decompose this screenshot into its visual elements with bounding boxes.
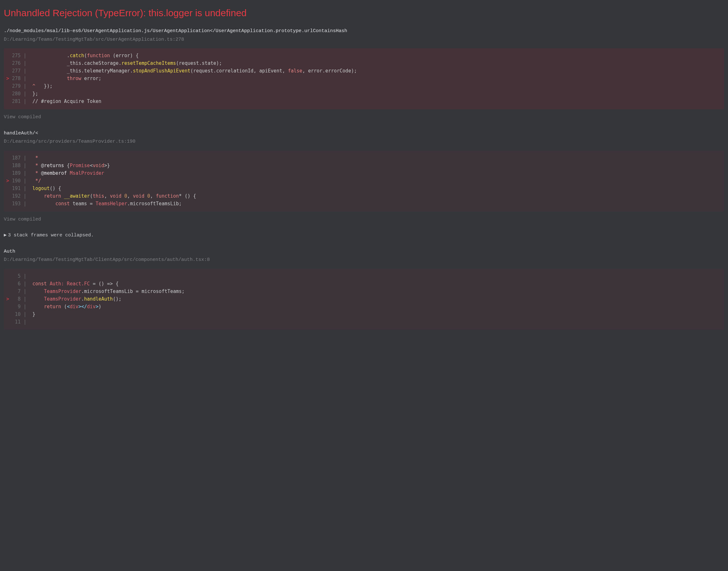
code-line: 275 | .catch(function (error) { [4,52,724,60]
code-token [47,281,49,287]
code-token [32,193,44,199]
code-token: throw [67,76,81,81]
code-token: 0 [124,193,127,199]
line-gutter: 192 | [4,193,32,200]
code-token: } [107,163,110,168]
code-token: void [110,193,121,199]
code-token: ( [84,53,87,59]
code-token: (error) { [110,53,138,59]
line-gutter: 188 | [4,162,32,169]
line-gutter: > 190 | [4,177,32,185]
code-token: __awaiter [64,193,90,199]
code-token: () { [49,186,61,191]
code-token: handleAuth [84,296,113,302]
line-gutter: > 8 | [4,296,32,303]
code-token: ( [90,193,93,199]
code-token: , error.errorCode); [302,68,357,74]
code-line: 188 | * @returns {Promise<void>} [4,162,724,170]
frame-title: Auth [4,248,724,255]
code-token: TeamsProvider [44,289,81,294]
code-block: 5 | 6 | const Auth: React.FC = () => { 7… [4,269,724,330]
frame-file-path: D:/Learning/Teams/TestingMgtTab/ClientAp… [4,256,724,264]
line-gutter: 6 | [4,280,32,288]
line-gutter: 5 | [4,273,32,280]
code-token: (); [113,296,121,302]
code-line: 281 | // #region Acquire Token [4,98,724,106]
line-gutter: 276 | [4,60,32,67]
line-gutter: 11 | [4,318,32,326]
line-gutter: 189 | [4,170,32,177]
line-gutter: > 278 | [4,75,32,82]
code-token [32,289,44,294]
collapsed-frames-toggle[interactable]: ▶3 stack frames were collapsed. [4,232,724,239]
code-token: .microsoftTeamsLib = microsoftTeams; [81,289,185,294]
frame-title: ./node_modules/msal/lib-es6/UserAgentApp… [4,28,724,35]
code-line: 10 | } [4,311,724,318]
code-token: , [127,193,133,199]
code-token: ) [99,304,101,310]
code-token [144,193,147,199]
code-token: TeamsProvider [44,296,81,302]
code-line: 187 | * [4,154,724,162]
code-token: , [150,193,156,199]
code-line: > 278 | throw error; [4,75,724,83]
code-token: > [79,304,81,310]
code-token: TeamsHelper [96,201,127,207]
line-gutter: 187 | [4,154,32,162]
code-token: div [87,304,96,310]
frame-file-path: D:/Learning/src/providers/TeamsProvider.… [4,138,724,145]
code-token [32,296,44,302]
stack-frame: Auth D:/Learning/Teams/TestingMgtTab/Cli… [4,248,724,330]
code-token: = () => { [90,281,119,287]
code-token [121,193,124,199]
line-gutter: 9 | [4,303,32,311]
code-token: catch [70,53,84,59]
code-token: function [87,53,110,59]
code-token: Promise [70,163,90,168]
code-line: 277 | _this.telemetryManager.stopAndFlus… [4,68,724,75]
code-token: ^ [32,83,35,89]
code-token: returns [44,163,64,168]
line-gutter: 277 | [4,68,32,75]
code-token [32,201,55,207]
view-compiled-toggle[interactable]: View compiled [4,114,724,121]
code-token: (request.state); [176,61,222,66]
code-token: const [32,281,47,287]
code-token: . [81,296,84,302]
code-token: 0 [147,193,150,199]
code-token: Auth: React.FC [49,281,90,287]
code-token: * [32,170,41,176]
code-block: 187 | * 188 | * @returns {Promise<void>}… [4,151,724,212]
code-token: * () { [179,193,196,199]
code-block: 275 | .catch(function (error) { 276 | _t… [4,48,724,109]
code-token: }; [32,91,38,97]
view-compiled-toggle[interactable]: View compiled [4,216,724,223]
frame-file-path: D:/Learning/Teams/TestingMgtTab/src/User… [4,36,724,43]
code-token: > [96,304,99,310]
code-token: < [90,163,93,168]
code-line: 191 | logout() { [4,185,724,193]
code-token [32,76,67,81]
line-gutter: 10 | [4,311,32,318]
line-gutter: 279 | [4,83,32,90]
code-token [32,304,44,310]
code-token [61,193,64,199]
code-token: logout [32,186,49,191]
code-line: 189 | * @memberof MsalProvider [4,170,724,177]
line-gutter: 275 | [4,52,32,60]
error-title: Unhandled Rejection (TypeError): this.lo… [4,6,724,20]
code-token: { [64,163,70,168]
code-token: } [32,311,35,317]
code-token: // #region Acquire Token [32,99,101,104]
code-line: 193 | const teams = TeamsHelper.microsof… [4,200,724,208]
play-icon: ▶ [4,232,7,239]
code-line: 5 | [4,273,724,280]
code-token: }); [35,83,53,89]
code-token: > [104,163,107,168]
code-token: function [156,193,179,199]
code-token: _this.cacheStorage. [32,61,121,66]
code-token: / [84,304,87,310]
code-token: . [32,53,70,59]
code-token: */ [32,178,41,184]
code-line: 9 | return (<div></div>) [4,303,724,311]
